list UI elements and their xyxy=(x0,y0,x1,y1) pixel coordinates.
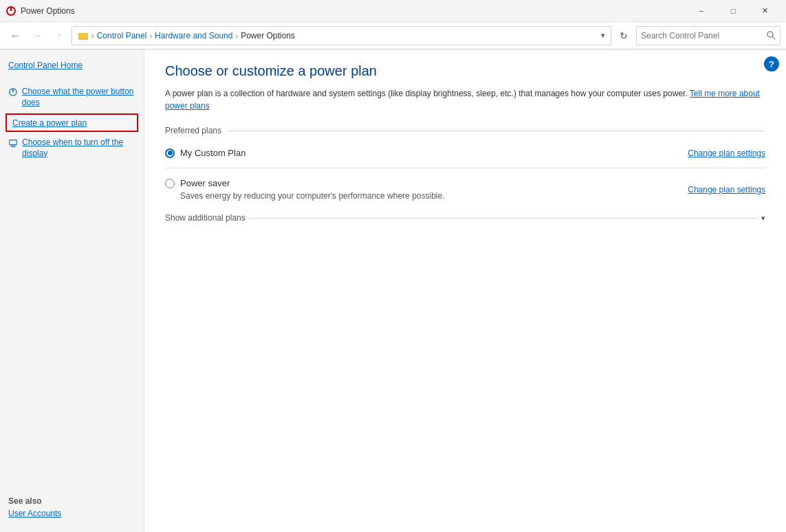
forward-button[interactable]: → xyxy=(28,26,47,45)
breadcrumb-control-panel[interactable]: Control Panel xyxy=(97,31,147,41)
page-title: Choose or customize a power plan xyxy=(165,63,765,79)
breadcrumb-bar: › Control Panel › Hardware and Sound › P… xyxy=(72,26,611,45)
up-button[interactable]: ↑ xyxy=(50,26,69,45)
create-power-plan-link[interactable]: Create a power plan xyxy=(12,118,87,128)
plan-row-left-saver: Power saver Saves energy by reducing you… xyxy=(165,178,445,201)
svg-rect-7 xyxy=(10,140,17,145)
plan-row-left-custom: My Custom Plan xyxy=(165,148,245,158)
radio-custom-plan[interactable] xyxy=(165,148,175,158)
show-additional-chevron: ▾ xyxy=(761,214,765,223)
search-icon xyxy=(767,31,776,40)
show-additional-line xyxy=(250,218,757,219)
plan-name-custom: My Custom Plan xyxy=(180,148,245,158)
user-accounts-link[interactable]: User Accounts xyxy=(8,509,135,518)
window-icon xyxy=(6,5,17,16)
plan-desc-saver: Saves energy by reducing your computer's… xyxy=(165,191,445,201)
plan-label-row-saver: Power saver xyxy=(165,178,445,188)
content-area: ? Choose or customize a power plan A pow… xyxy=(144,49,786,532)
search-box[interactable] xyxy=(636,26,780,45)
show-additional-label: Show additional plans xyxy=(165,213,245,223)
minimize-button[interactable]: − xyxy=(686,0,717,22)
change-plan-link-custom[interactable]: Change plan settings xyxy=(688,148,765,158)
change-plan-link-saver[interactable]: Change plan settings xyxy=(688,185,765,195)
plan-row-saver: Power saver Saves energy by reducing you… xyxy=(165,173,765,206)
preferred-plans-label: Preferred plans xyxy=(165,126,221,135)
address-bar: ← → ↑ › Control Panel › Hardware and Sou… xyxy=(0,22,786,49)
sidebar-bottom: See also User Accounts xyxy=(0,491,144,524)
sidebar-control-panel-home[interactable]: Control Panel Home xyxy=(0,58,144,73)
breadcrumb-sep-3: › xyxy=(235,32,238,40)
window-title: Power Options xyxy=(21,6,75,16)
choose-power-button-label[interactable]: Choose what the power button does xyxy=(22,87,135,108)
folder-icon xyxy=(78,30,89,41)
svg-line-4 xyxy=(772,36,775,39)
see-also-label: See also xyxy=(8,496,135,506)
window-controls: − □ ✕ xyxy=(686,0,780,22)
description-text: A power plan is a collection of hardware… xyxy=(165,89,688,98)
preferred-plans-section: Preferred plans xyxy=(165,126,765,135)
breadcrumb-sep-2: › xyxy=(149,32,152,40)
choose-display-label[interactable]: Choose when to turn off the display xyxy=(22,137,135,159)
power-button-icon xyxy=(8,87,18,98)
sidebar-choose-display[interactable]: Choose when to turn off the display xyxy=(0,135,144,162)
title-bar: Power Options − □ ✕ xyxy=(0,0,786,22)
sidebar-choose-power-button[interactable]: Choose what the power button does xyxy=(0,84,144,111)
breadcrumb-sep-1: › xyxy=(91,32,94,40)
help-button[interactable]: ? xyxy=(764,56,779,71)
show-additional-plans[interactable]: Show additional plans ▾ xyxy=(165,206,765,230)
plan-divider xyxy=(165,168,765,168)
search-input[interactable] xyxy=(641,31,764,41)
close-button[interactable]: ✕ xyxy=(749,0,780,22)
breadcrumb-hardware-sound[interactable]: Hardware and Sound xyxy=(155,31,232,41)
maximize-button[interactable]: □ xyxy=(717,0,749,22)
sidebar: Control Panel Home Choose what the power… xyxy=(0,49,144,532)
plan-name-saver: Power saver xyxy=(180,178,230,188)
breadcrumb-dropdown-icon[interactable]: ▾ xyxy=(601,31,605,40)
svg-point-3 xyxy=(767,32,773,37)
title-bar-left: Power Options xyxy=(6,5,75,16)
radio-power-saver[interactable] xyxy=(165,179,175,188)
breadcrumb-current: Power Options xyxy=(241,31,295,41)
main-area: Control Panel Home Choose what the power… xyxy=(0,49,786,532)
plan-row-custom: My Custom Plan Change plan settings xyxy=(165,142,765,164)
refresh-button[interactable]: ↻ xyxy=(614,26,633,45)
display-icon xyxy=(8,137,18,148)
create-power-plan-box: Create a power plan xyxy=(6,113,138,132)
back-button[interactable]: ← xyxy=(6,26,25,45)
plan-label-row-custom: My Custom Plan xyxy=(165,148,245,158)
description: A power plan is a collection of hardware… xyxy=(165,87,765,112)
